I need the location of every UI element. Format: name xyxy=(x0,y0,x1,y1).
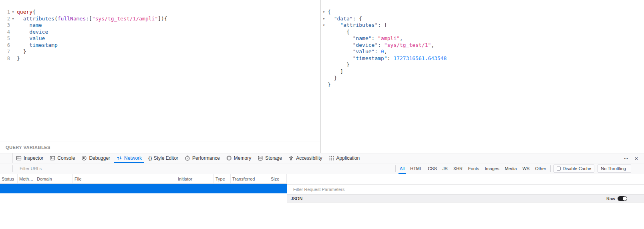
line-number: 7▾ xyxy=(0,48,16,55)
request-list-empty xyxy=(0,193,287,229)
request-row[interactable] xyxy=(0,184,287,193)
filter-urls-input[interactable] xyxy=(20,166,349,171)
tab-performance[interactable]: Performance xyxy=(181,153,223,163)
type-filter-css[interactable]: CSS xyxy=(425,163,440,174)
query-variables-bar[interactable]: QUERY VARIABLES xyxy=(0,141,320,153)
type-filter-other[interactable]: Other xyxy=(532,163,549,174)
fold-cell: ▾ xyxy=(321,62,327,68)
separator xyxy=(12,165,13,172)
type-filter-xhr[interactable]: XHR xyxy=(451,163,465,174)
throttling-dropdown[interactable]: No Throttling xyxy=(598,165,631,173)
tab-application[interactable]: Application xyxy=(326,153,363,163)
code-line[interactable]: attributes(fullNames:["sys/tg_test/1/amp… xyxy=(17,16,320,22)
type-filter-js[interactable]: JS xyxy=(440,163,451,174)
type-filter-ws[interactable]: WS xyxy=(519,163,532,174)
devtools-tabbar: InspectorConsoleDebuggerNetwork{ }Style … xyxy=(0,153,644,163)
code-line[interactable]: } xyxy=(17,55,320,62)
code-line: { xyxy=(328,9,644,16)
tab-style-editor[interactable]: { }Style Editor xyxy=(145,153,181,163)
fold-arrow-icon[interactable]: ▾ xyxy=(321,16,327,22)
search-button[interactable] xyxy=(373,163,384,174)
code-line: "attributes": [ xyxy=(328,22,644,29)
network-icon xyxy=(117,155,122,161)
code-line[interactable]: timestamp xyxy=(17,42,320,49)
fold-cell: ▾ xyxy=(321,82,327,88)
tab-memory[interactable]: Memory xyxy=(223,153,254,163)
graphiql-result-pane: ▾▾▾▾▾▾▾▾▾▾▾▾ { "data": { "attributes": [… xyxy=(321,0,644,153)
fold-cell: ▾ xyxy=(321,29,327,36)
line-number: 8▾ xyxy=(0,55,16,62)
result-viewer: { "data": { "attributes": [ { "name": "a… xyxy=(327,9,644,153)
graphiql-query-editor[interactable]: 1▾2▾3▾4▾5▾6▾7▾8▾ query{ attributes(fullN… xyxy=(0,0,320,141)
query-editor-gutter: 1▾2▾3▾4▾5▾6▾7▾8▾ xyxy=(0,9,16,141)
url-filter xyxy=(14,163,352,174)
fold-arrow-icon[interactable]: ▾ xyxy=(10,16,16,22)
column-header-file[interactable]: File xyxy=(73,174,176,183)
column-header-domain[interactable]: Domain xyxy=(35,174,73,183)
new-request-button[interactable] xyxy=(363,163,373,174)
request-list: StatusMeth…DomainFileInitiatorTypeTransf… xyxy=(0,174,287,229)
raw-toggle-label: Raw xyxy=(606,196,615,201)
close-devtools-button[interactable]: × xyxy=(631,153,642,163)
tab-network[interactable]: Network xyxy=(113,153,145,163)
tab-console[interactable]: Console xyxy=(46,153,78,163)
pick-element-button[interactable] xyxy=(0,153,13,163)
code-line[interactable]: name xyxy=(17,22,320,29)
devtools-menu-button[interactable]: ··· xyxy=(621,153,631,163)
pause-recording-button[interactable] xyxy=(352,163,363,174)
tab-accessibility[interactable]: Accessibility xyxy=(285,153,325,163)
code-line[interactable]: } xyxy=(17,48,320,55)
column-header-status[interactable]: Status xyxy=(0,174,18,183)
request-details-panel: JSON Raw xyxy=(287,174,644,229)
fold-arrow-icon[interactable]: ▾ xyxy=(321,9,327,16)
code-line: "device": "sys/tg_test/1", xyxy=(328,42,644,49)
raw-toggle-knob xyxy=(623,197,627,201)
tab-label: Console xyxy=(57,155,75,161)
tab-label: Storage xyxy=(265,155,282,161)
fold-cell: ▾ xyxy=(321,22,327,29)
devtools-tabs: InspectorConsoleDebuggerNetwork{ }Style … xyxy=(13,153,363,163)
params-filter xyxy=(287,185,644,195)
code-line: "name": "ampli", xyxy=(328,35,644,42)
code-line: } xyxy=(328,82,644,88)
column-header-initiator[interactable]: Initiator xyxy=(176,174,214,183)
json-section-header[interactable]: JSON Raw xyxy=(287,195,644,203)
column-header-meth[interactable]: Meth… xyxy=(18,174,35,183)
type-filter-all[interactable]: All xyxy=(397,163,407,174)
type-filter-media[interactable]: Media xyxy=(502,163,519,174)
type-filter-images[interactable]: Images xyxy=(482,163,502,174)
storage-icon xyxy=(258,155,263,161)
type-filter-html[interactable]: HTML xyxy=(407,163,425,174)
column-header-transferred[interactable]: Transferred xyxy=(231,174,269,183)
firefox-devtools-graphiql: 1▾2▾3▾4▾5▾6▾7▾8▾ query{ attributes(fullN… xyxy=(0,0,644,229)
request-details-tabs xyxy=(287,174,644,185)
code-line[interactable]: device xyxy=(17,29,320,36)
clear-requests-button[interactable] xyxy=(1,163,11,174)
accessibility-icon xyxy=(288,155,294,161)
fold-cell: ▾ xyxy=(321,75,327,82)
application-icon xyxy=(329,155,334,161)
graphiql-section: 1▾2▾3▾4▾5▾6▾7▾8▾ query{ attributes(fullN… xyxy=(0,0,644,153)
raw-toggle[interactable] xyxy=(618,196,627,201)
disable-cache-checkbox[interactable]: Disable Cache xyxy=(553,165,595,173)
column-header-type[interactable]: Type xyxy=(214,174,231,183)
column-header-size[interactable]: Size xyxy=(269,174,287,183)
query-editor-code[interactable]: query{ attributes(fullNames:["sys/tg_tes… xyxy=(16,9,320,141)
fold-cell: ▾ xyxy=(321,9,327,16)
fold-cell: ▾ xyxy=(321,68,327,75)
code-line: } xyxy=(328,62,644,68)
code-line[interactable]: query{ xyxy=(17,9,320,16)
tab-debugger[interactable]: Debugger xyxy=(78,153,113,163)
code-line[interactable]: value xyxy=(17,35,320,42)
fold-arrow-icon[interactable]: ▾ xyxy=(10,9,16,16)
fold-cell: ▾ xyxy=(321,16,327,22)
type-filter-fonts[interactable]: Fonts xyxy=(465,163,482,174)
request-blocking-button[interactable] xyxy=(384,163,394,174)
fold-arrow-icon[interactable]: ▾ xyxy=(321,22,327,29)
network-settings-button[interactable] xyxy=(633,163,643,174)
separator xyxy=(395,165,396,172)
tab-inspector[interactable]: Inspector xyxy=(13,153,46,163)
filter-request-parameters-input[interactable] xyxy=(293,187,640,192)
responsive-design-mode-button[interactable] xyxy=(610,153,621,163)
tab-storage[interactable]: Storage xyxy=(254,153,285,163)
